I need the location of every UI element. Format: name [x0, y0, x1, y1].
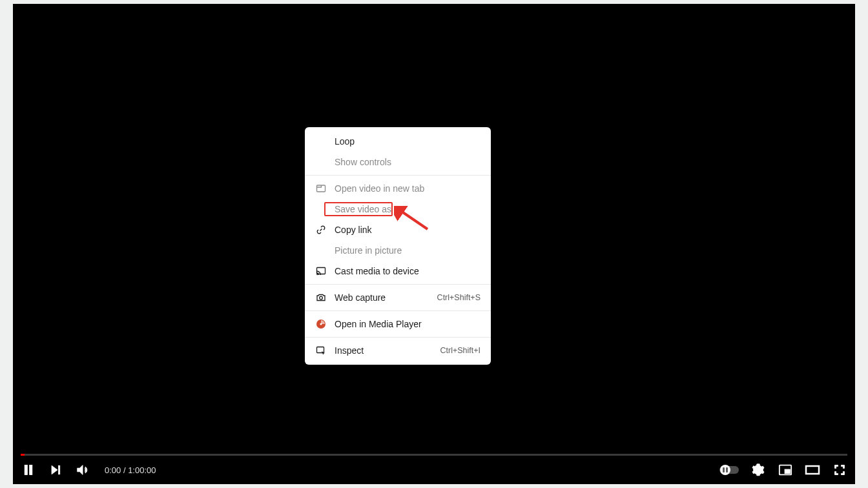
ctx-shortcut: Ctrl+Shift+S [437, 293, 480, 302]
ctx-divider [305, 337, 491, 338]
pause-icon [22, 463, 35, 476]
svg-point-8 [316, 274, 318, 275]
ctx-save-video-as: Save video as [305, 199, 491, 219]
volume-button[interactable] [75, 462, 90, 478]
svg-rect-0 [25, 465, 27, 475]
time-display: 0:00 / 1:00:00 [105, 465, 156, 475]
inspect-icon [315, 345, 327, 356]
miniplayer-button[interactable] [778, 462, 793, 478]
ctx-label: Copy link [335, 225, 480, 235]
svg-rect-5 [806, 466, 819, 474]
ctx-label: Show controls [335, 157, 480, 167]
ctx-open-media-player[interactable]: Open in Media Player [305, 314, 491, 334]
autoplay-pause-icon [723, 467, 728, 473]
pause-button[interactable] [21, 462, 36, 478]
ctx-copy-link[interactable]: Copy link [305, 219, 491, 240]
camera-icon [315, 292, 327, 303]
fullscreen-icon [833, 463, 846, 476]
svg-rect-4 [785, 469, 790, 473]
svg-rect-2 [59, 465, 60, 474]
ctx-divider [305, 284, 491, 285]
settings-button[interactable] [750, 462, 766, 478]
volume-icon [76, 463, 90, 477]
miniplayer-icon [778, 463, 792, 477]
ctx-label: Loop [335, 136, 480, 147]
next-icon [50, 464, 61, 476]
ctx-label: Cast media to device [335, 266, 480, 276]
ctx-label: Save video as [335, 204, 480, 214]
tab-icon [315, 183, 327, 194]
controls-left: 0:00 / 1:00:00 [21, 462, 156, 478]
ctx-divider [305, 175, 491, 176]
fullscreen-button[interactable] [832, 462, 847, 478]
ctx-cast[interactable]: Cast media to device [305, 261, 491, 281]
ctx-label: Web capture [335, 292, 431, 303]
link-icon [315, 224, 327, 236]
ctx-loop[interactable]: Loop [305, 131, 491, 152]
svg-rect-1 [30, 465, 32, 475]
ctx-shortcut: Ctrl+Shift+I [440, 346, 480, 355]
ctx-label: Open video in new tab [335, 183, 480, 194]
ctx-web-capture[interactable]: Web capture Ctrl+Shift+S [305, 287, 491, 308]
ctx-inspect[interactable]: Inspect Ctrl+Shift+I [305, 340, 491, 361]
autoplay-toggle[interactable] [719, 466, 739, 474]
media-player-icon [315, 318, 327, 330]
ctx-label: Open in Media Player [335, 319, 480, 329]
ctx-open-new-tab: Open video in new tab [305, 178, 491, 199]
next-button[interactable] [48, 462, 63, 478]
theater-button[interactable] [805, 462, 820, 478]
ctx-show-controls: Show controls [305, 152, 491, 172]
context-menu: Loop Show controls Open video in new tab… [305, 127, 491, 365]
cast-icon [315, 265, 327, 277]
ctx-label: Picture in picture [335, 245, 480, 256]
controls-right [719, 462, 847, 478]
ctx-divider [305, 310, 491, 311]
player-controls: 0:00 / 1:00:00 [13, 456, 855, 484]
svg-point-9 [320, 296, 323, 300]
theater-icon [805, 462, 820, 478]
svg-point-11 [320, 323, 322, 325]
ctx-label: Inspect [335, 345, 433, 356]
gear-icon [752, 463, 765, 476]
ctx-pip: Picture in picture [305, 240, 491, 261]
